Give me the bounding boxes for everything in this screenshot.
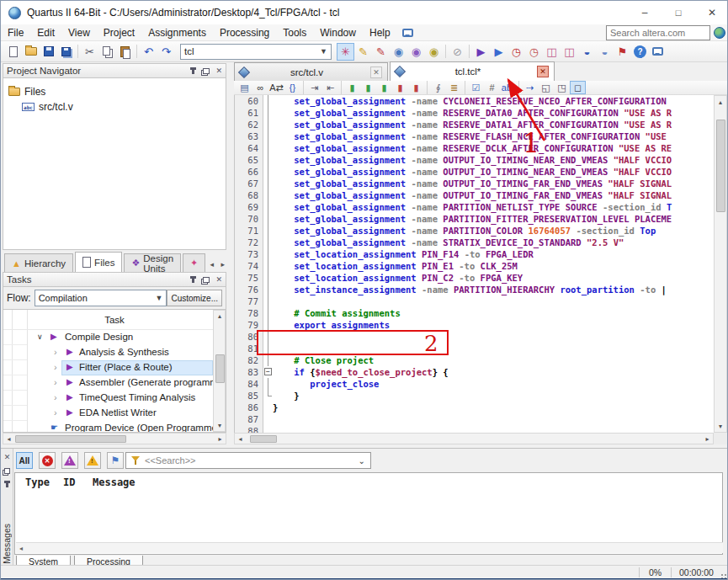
tasks-vertical-scrollbar[interactable]: ▴ ▾	[213, 310, 226, 432]
tree-item-files[interactable]: Files	[8, 84, 45, 98]
menu-assignments[interactable]: Assignments	[141, 25, 213, 40]
scroll-thumb[interactable]	[215, 354, 225, 383]
scroll-left-icon[interactable]: ◂	[4, 434, 13, 443]
menu-processing[interactable]: Processing	[213, 25, 276, 40]
float-icon[interactable]	[203, 68, 210, 74]
bookmark-delete-icon[interactable]: ▮	[392, 81, 408, 94]
tab-files[interactable]: Files	[75, 252, 122, 272]
attachment-icon[interactable]: ∮	[430, 81, 446, 94]
feedback-icon[interactable]	[649, 43, 667, 61]
tree-item-source-file[interactable]: src/tcl.v	[22, 99, 73, 114]
bookmark-delete-all-icon[interactable]: ▮	[408, 81, 424, 94]
save-icon[interactable]	[40, 43, 57, 61]
filter-flagged-button[interactable]: ⚑	[107, 452, 124, 469]
close-icon[interactable]: ✕	[215, 275, 222, 284]
expand-icon[interactable]: ›	[54, 347, 57, 357]
search-input[interactable]	[607, 28, 709, 38]
close-tab-icon[interactable]: ✕	[370, 67, 382, 78]
rapid-recompile-icon[interactable]: ▶	[490, 43, 507, 61]
pin-icon[interactable]	[192, 67, 194, 74]
filter-critical-warnings-button[interactable]	[61, 452, 78, 469]
code-editor[interactable]: 60 set_global_assignment -name CYCLONEII…	[234, 95, 714, 433]
tab-more[interactable]: ✦	[183, 253, 205, 272]
technology-map-viewer-icon[interactable]: ◫	[561, 43, 578, 61]
programmer-icon[interactable]: ⚑	[614, 43, 631, 61]
scroll-thumb[interactable]	[250, 435, 277, 443]
message-search-combobox[interactable]: <<Search>> ⌄	[125, 452, 371, 469]
design-partitions-window-icon[interactable]: ◉	[407, 43, 425, 61]
tab-design-units[interactable]: ❖Design Units	[124, 253, 181, 272]
netlist-viewer-icon[interactable]: ◉	[425, 43, 443, 61]
scroll-right-icon[interactable]: ▸	[218, 257, 227, 272]
expand-icon[interactable]: ›	[54, 362, 57, 372]
comment-toggle-icon[interactable]: ab/	[500, 81, 516, 94]
save-all-icon[interactable]	[57, 43, 75, 61]
menu-tools[interactable]: Tools	[276, 25, 313, 40]
new-file-icon[interactable]	[4, 43, 22, 61]
university-program-tools-icon[interactable]: ◒	[596, 43, 614, 61]
scroll-right-icon[interactable]: ▸	[215, 434, 225, 443]
float-icon[interactable]	[203, 277, 210, 283]
bookmark-toggle-icon[interactable]: ▮	[344, 81, 360, 94]
task-row[interactable]: ›▶EDA Netlist Writer	[3, 406, 212, 421]
tab-hierarchy[interactable]: ▲Hierarchy	[4, 253, 73, 272]
cut-icon[interactable]: ✂	[81, 43, 98, 61]
filter-errors-button[interactable]	[39, 452, 56, 469]
scroll-left-icon[interactable]: ◂	[207, 257, 216, 272]
scroll-thumb[interactable]	[716, 120, 725, 212]
float-icon[interactable]	[3, 466, 12, 476]
menu-file[interactable]: File	[1, 25, 30, 40]
full-window-icon[interactable]: ◻	[570, 81, 586, 94]
project-files-tree[interactable]: Files src/tcl.v	[3, 78, 226, 250]
menu-view[interactable]: View	[61, 25, 97, 40]
minimize-button[interactable]: –	[628, 2, 662, 24]
unindent-icon[interactable]: ⇤	[322, 81, 338, 94]
scroll-down-icon[interactable]: ▾	[215, 421, 225, 430]
messages-horizontal-scroll[interactable]: ◂	[16, 542, 723, 553]
close-button[interactable]: ✕	[695, 2, 728, 24]
task-row[interactable]: ∨▶Compile Design	[3, 330, 212, 345]
pin-icon[interactable]	[192, 276, 194, 283]
start-io-assignment-analysis-icon[interactable]: ✳	[337, 43, 354, 61]
match-delimiter-icon[interactable]: {}	[284, 81, 300, 94]
menu-help[interactable]: Help	[363, 25, 397, 40]
scroll-up-icon[interactable]: ▴	[215, 311, 225, 321]
filter-warnings-button[interactable]	[84, 452, 101, 469]
messages-table[interactable]: TypeIDMessage ◂	[14, 472, 723, 555]
scroll-up-icon[interactable]: ▴	[715, 97, 725, 107]
pin-planner-icon[interactable]: ✎	[372, 43, 390, 61]
editor-tab-src-tcl-v[interactable]: src/tcl.v✕	[234, 62, 388, 81]
resize-grip[interactable]	[725, 574, 726, 576]
close-tab-icon[interactable]: ✕	[537, 66, 549, 77]
timing-analyzer-icon[interactable]: ◷	[525, 43, 543, 61]
find-icon[interactable]: ∞	[252, 81, 268, 94]
indent-icon[interactable]: ⇥	[306, 81, 322, 94]
task-row[interactable]: ›▶Analysis & Synthesis	[3, 345, 212, 360]
tasks-table[interactable]: Task ∨▶Compile Design›▶Analysis & Synthe…	[3, 309, 226, 433]
task-row[interactable]: ›▶Fitter (Place & Route)	[3, 360, 212, 375]
paste-icon[interactable]	[116, 43, 134, 61]
timequest-timing-analyzer-icon[interactable]: ◷	[507, 43, 525, 61]
menu-edit[interactable]: Edit	[30, 25, 61, 40]
feedback-bubble-icon[interactable]	[402, 29, 413, 37]
stop-processing-icon[interactable]: ⊘	[449, 43, 466, 61]
maximize-button[interactable]: □	[662, 2, 695, 24]
title-bar[interactable]: Quartus II 64-Bit - C:/Users/Administrat…	[1, 1, 728, 24]
scroll-left-icon[interactable]: ◂	[236, 434, 245, 443]
find-and-replace-icon[interactable]: A⇄	[268, 81, 284, 94]
analyze-current-file-icon[interactable]: ☑	[468, 81, 484, 94]
bookmark-next-icon[interactable]: ▮	[360, 81, 376, 94]
line-count-icon[interactable]: #	[484, 81, 500, 94]
editor-vertical-scrollbar[interactable]: ▴ ▾	[714, 95, 727, 433]
expand-icon[interactable]: ›	[54, 407, 57, 418]
customize-button[interactable]: Customize...	[167, 290, 222, 306]
scroll-right-icon[interactable]: ▸	[703, 434, 712, 443]
scroll-thumb[interactable]	[15, 435, 126, 443]
expand-icon[interactable]: ›	[54, 377, 57, 387]
filter-all-button[interactable]: All	[16, 452, 33, 469]
tasks-horizontal-scrollbar[interactable]: ◂ ▸	[3, 433, 226, 444]
editor-tab-tcl-tcl-[interactable]: tcl.tcl*✕	[390, 61, 555, 81]
assignment-editor-icon[interactable]: ✎	[354, 43, 372, 61]
task-row[interactable]: ›▶Assembler (Generate programming files)	[3, 375, 212, 391]
pin-icon[interactable]	[3, 479, 12, 489]
